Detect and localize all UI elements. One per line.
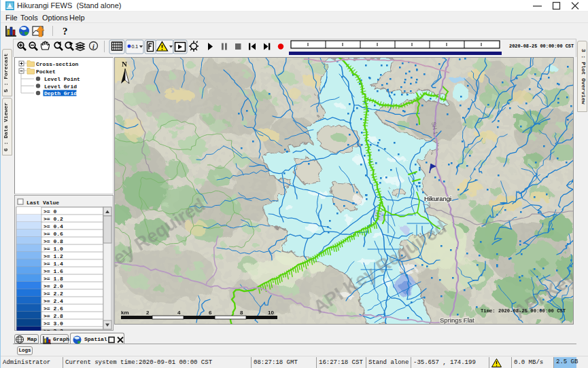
svg-text:>= 2.6: >= 2.6 <box>44 306 63 312</box>
svg-text:km: km <box>121 310 129 316</box>
svg-text:>= 3.0: >= 3.0 <box>44 320 63 327</box>
svg-text:10: 10 <box>268 310 274 316</box>
svg-text:0.1: 0.1 <box>132 44 139 49</box>
svg-text:>= 2.0: >= 2.0 <box>44 283 63 289</box>
svg-text:>= 0: >= 0 <box>44 208 56 215</box>
svg-text:>= 0.6: >= 0.6 <box>44 231 63 237</box>
svg-text:2020-08-25 00:00:00 CST: 2020-08-25 00:00:00 CST <box>509 43 574 49</box>
svg-text:2: 2 <box>146 310 150 316</box>
svg-text:>= 3.2: >= 3.2 <box>44 328 63 331</box>
svg-text:>= 2.8: >= 2.8 <box>44 313 63 319</box>
svg-text:4: 4 <box>177 310 181 316</box>
svg-text:Depth Grid: Depth Grid <box>44 90 77 96</box>
svg-text:Hikurangi: Hikurangi <box>424 195 451 202</box>
svg-text:Pocket: Pocket <box>36 69 56 75</box>
svg-text:Springs Flat: Springs Flat <box>440 316 474 324</box>
svg-text:Last Value: Last Value <box>27 200 59 206</box>
svg-text:8: 8 <box>240 310 243 316</box>
svg-text:Time: 2020-08-25 00:00:00 CST: Time: 2020-08-25 00:00:00 CST <box>481 308 566 314</box>
svg-text:i: i <box>92 43 94 50</box>
svg-text:>= 1.2: >= 1.2 <box>44 253 63 259</box>
svg-text:>= 0.2: >= 0.2 <box>44 216 63 222</box>
svg-text:>= 1.0: >= 1.0 <box>44 246 63 252</box>
svg-text:>= 0.4: >= 0.4 <box>44 223 63 229</box>
svg-text:?: ? <box>63 26 68 37</box>
svg-text:Level Point: Level Point <box>44 76 80 82</box>
svg-text:>= 1.8: >= 1.8 <box>44 276 63 282</box>
svg-text:6: 6 <box>209 310 212 316</box>
svg-text:N: N <box>122 60 127 68</box>
svg-text:Cross-section: Cross-section <box>36 61 79 67</box>
svg-text:>= 0.8: >= 0.8 <box>44 238 63 244</box>
svg-text:>= 2.4: >= 2.4 <box>44 298 63 304</box>
svg-text:>= 2.2: >= 2.2 <box>44 291 63 297</box>
svg-text:Level Grid: Level Grid <box>44 84 77 90</box>
svg-text:>= 1.6: >= 1.6 <box>44 268 63 274</box>
svg-text:>= 1.4: >= 1.4 <box>44 261 63 267</box>
